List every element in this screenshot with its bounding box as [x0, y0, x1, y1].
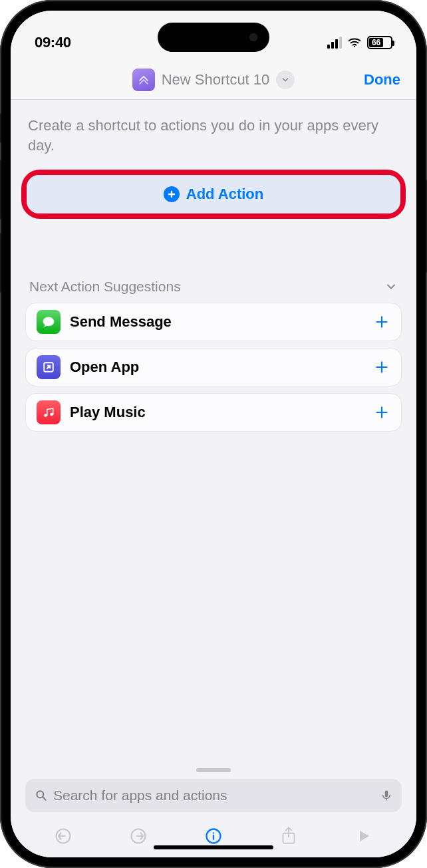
shortcut-title-group[interactable]: New Shortcut 10	[132, 69, 295, 91]
suggestion-list: Send Message Open App	[25, 303, 402, 432]
screen: 09:40 66	[11, 11, 416, 857]
device-frame: 09:40 66	[0, 0, 427, 868]
plus-circle-icon	[164, 186, 180, 202]
intro-text: Create a shortcut to actions you do in y…	[25, 116, 402, 155]
suggestions-title: Next Action Suggestions	[29, 279, 181, 295]
add-action-label: Add Action	[186, 186, 264, 203]
wifi-icon	[347, 35, 362, 50]
chevron-down-icon	[384, 280, 398, 293]
chevron-down-icon[interactable]	[276, 71, 295, 89]
search-field[interactable]	[25, 779, 402, 812]
dynamic-island	[158, 23, 269, 52]
add-action-highlight: Add Action	[21, 170, 406, 219]
open-app-icon	[37, 355, 61, 379]
search-icon	[35, 789, 48, 802]
done-button[interactable]: Done	[364, 71, 400, 88]
share-button[interactable]	[279, 826, 299, 846]
cellular-signal-icon	[327, 37, 342, 49]
messages-icon	[37, 310, 61, 334]
info-button[interactable]	[204, 826, 223, 846]
add-icon[interactable]	[373, 313, 390, 331]
undo-button[interactable]	[53, 826, 73, 846]
suggestion-open-app[interactable]: Open App	[25, 348, 402, 386]
svg-point-0	[354, 46, 355, 47]
nav-bar: New Shortcut 10 Done	[11, 60, 416, 100]
suggestion-label: Send Message	[70, 313, 364, 331]
suggestion-label: Open App	[70, 359, 364, 376]
svg-point-6	[213, 832, 214, 833]
suggestion-send-message[interactable]: Send Message	[25, 303, 402, 341]
home-indicator[interactable]	[154, 845, 273, 849]
status-time: 09:40	[35, 34, 71, 51]
battery-indicator: 66	[367, 36, 392, 49]
redo-button[interactable]	[128, 826, 148, 846]
sheet-grabber[interactable]	[196, 768, 231, 772]
content-area: Create a shortcut to actions you do in y…	[11, 100, 416, 768]
shortcut-title: New Shortcut 10	[162, 71, 270, 88]
search-input[interactable]	[53, 788, 375, 803]
suggestion-label: Play Music	[70, 404, 364, 421]
add-icon[interactable]	[373, 404, 390, 421]
shortcuts-app-icon	[132, 69, 155, 91]
bottom-toolbar	[11, 815, 416, 857]
add-icon[interactable]	[373, 359, 390, 376]
search-area	[11, 768, 416, 815]
play-button[interactable]	[354, 826, 374, 846]
microphone-icon[interactable]	[380, 788, 392, 803]
add-action-button[interactable]: Add Action	[27, 175, 400, 214]
suggestion-play-music[interactable]: Play Music	[25, 393, 402, 432]
suggestions-header[interactable]: Next Action Suggestions	[25, 279, 402, 303]
music-icon	[37, 400, 61, 424]
